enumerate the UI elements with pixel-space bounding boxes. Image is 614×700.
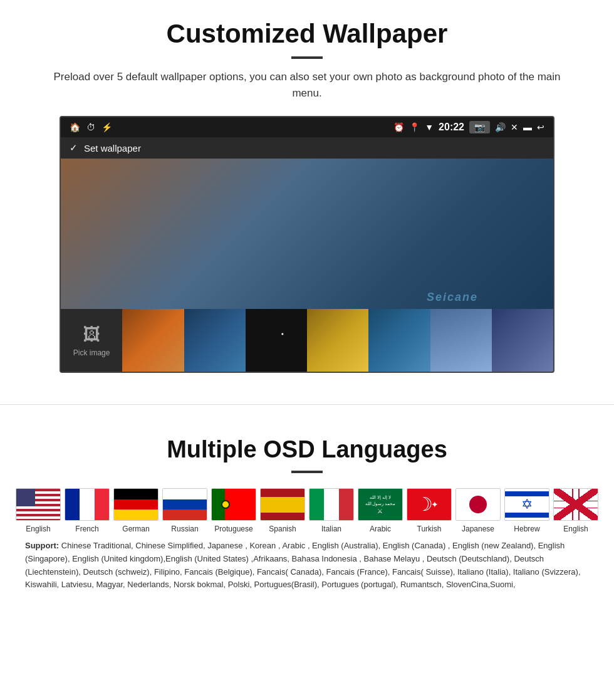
flag-label-italian: Italian: [321, 525, 341, 533]
wallpaper-thumb-5[interactable]: [368, 309, 430, 372]
support-languages-list: Chinese Traditional, Chinese Simplified,…: [25, 541, 581, 589]
android-screen: 🏠 ⏱ ⚡ ⏰ 📍 ▼ 20:22 📷 🔊 ✕ ▬ ↩ ✓ Set wallpa…: [60, 116, 554, 373]
flag-italy-white: [324, 489, 338, 520]
flag-saudi-text: لا إله إلا اللهمحمد رسول الله: [365, 494, 396, 506]
status-time: 20:22: [439, 122, 464, 133]
close-icon: ✕: [511, 122, 518, 132]
flag-germany-red: [114, 499, 158, 510]
flag-france-white: [80, 489, 94, 520]
title-divider: [291, 56, 323, 59]
watermark: Seicane: [427, 291, 478, 304]
wallpaper-thumb-6[interactable]: [430, 309, 492, 372]
wifi-icon: ▼: [425, 122, 434, 132]
image-pick-icon: 🖼: [83, 324, 100, 345]
flag-item-portuguese: Protuguese: [211, 488, 256, 533]
set-wallpaper-bar: ✓ Set wallpaper: [61, 137, 553, 159]
wallpaper-description: Preload over 5 default wallpaper options…: [38, 69, 576, 101]
flag-russia: [162, 488, 207, 521]
wallpaper-preview: Seicane: [61, 159, 553, 309]
flag-spain: [260, 488, 305, 521]
flag-usa-canton: [16, 489, 35, 506]
flag-israel-star: ✡: [521, 498, 533, 511]
languages-section: Multiple OSD Languages English French: [0, 424, 614, 610]
flag-saudi-sword: ⚔: [377, 508, 383, 515]
status-bar: 🏠 ⏱ ⚡ ⏰ 📍 ▼ 20:22 📷 🔊 ✕ ▬ ↩: [61, 117, 553, 137]
flag-israel-stripe-bot: [505, 513, 549, 518]
flag-france-red: [95, 489, 109, 520]
flag-saudi-content: لا إله إلا اللهمحمد رسول الله ⚔: [365, 489, 396, 520]
flag-label-english-uk: English: [563, 525, 588, 533]
support-text: Support: Chinese Traditional, Chinese Si…: [25, 540, 589, 592]
timer-icon: ⏱: [86, 122, 95, 132]
wallpaper-thumbnails: 🖼 Pick image: [61, 309, 553, 372]
flag-france-blue: [65, 489, 80, 520]
wallpaper-section: Customized Wallpaper Preload over 5 defa…: [0, 0, 614, 385]
flag-item-japanese: Japanese: [455, 488, 501, 533]
wallpaper-thumb-3[interactable]: [246, 309, 307, 372]
flag-portugal-emblem: [221, 500, 230, 509]
flag-japan: [455, 488, 501, 521]
wallpaper-thumb-4[interactable]: [307, 309, 368, 372]
flag-germany-black: [114, 489, 158, 499]
camera-icon: 📷: [469, 121, 490, 133]
wallpaper-thumb-7[interactable]: [492, 309, 553, 372]
flag-label-turkish: Turkish: [417, 525, 442, 533]
flag-israel: ✡: [504, 488, 549, 521]
flag-portugal: [211, 488, 256, 521]
flag-item-turkish: ☽ ✦ Turkish: [407, 488, 452, 533]
flag-usa: [16, 488, 61, 521]
flag-label-german: German: [122, 525, 149, 533]
flag-uk: [553, 488, 598, 521]
flag-label-english: English: [26, 525, 50, 533]
crescent-icon: ☽: [416, 495, 433, 514]
flag-japan-circle: [469, 496, 487, 513]
flag-israel-stripe-top: [505, 491, 549, 496]
wallpaper-thumb-2[interactable]: [184, 309, 246, 372]
flag-item-german: German: [113, 488, 159, 533]
set-wallpaper-label: Set wallpaper: [84, 143, 141, 154]
wallpaper-title: Customized Wallpaper: [25, 19, 589, 49]
flag-uk-cross: [554, 489, 598, 520]
flag-spain-yellow: [261, 497, 304, 513]
flag-label-japanese: Japanese: [462, 525, 494, 533]
flag-item-french: French: [65, 488, 110, 533]
flag-item-italian: Italian: [309, 488, 354, 533]
usb-icon: ⚡: [101, 122, 112, 132]
flag-item-russian: Russian: [162, 488, 207, 533]
flags-row: English French German: [25, 488, 589, 533]
status-right-icons: ⏰ 📍 ▼ 20:22 📷 🔊 ✕ ▬ ↩: [393, 121, 544, 133]
flag-item-spanish: Spanish: [260, 488, 305, 533]
flag-label-french: French: [75, 525, 98, 533]
flag-spain-red-top: [261, 489, 304, 497]
flag-label-arabic: Arabic: [370, 525, 391, 533]
flag-russia-blue: [163, 499, 207, 510]
window-icon: ▬: [523, 122, 532, 132]
flag-russia-red: [163, 509, 207, 520]
flag-item-arabic: لا إله إلا اللهمحمد رسول الله ⚔ Arabic: [358, 488, 403, 533]
alarm-icon: ⏰: [393, 122, 404, 132]
flag-item-english-uk: English: [553, 488, 598, 533]
pick-image-thumb[interactable]: 🖼 Pick image: [61, 309, 122, 372]
flag-label-russian: Russian: [171, 525, 198, 533]
flag-label-spanish: Spanish: [269, 525, 296, 533]
languages-divider: [291, 471, 323, 473]
flag-item-hebrew: ✡ Hebrew: [504, 488, 549, 533]
location-icon: 📍: [409, 122, 420, 132]
flag-label-hebrew: Hebrew: [514, 525, 539, 533]
flag-france: [65, 488, 110, 521]
back-icon: ↩: [537, 122, 544, 132]
flag-germany-gold: [114, 509, 158, 520]
flag-item-english-usa: English: [16, 488, 61, 533]
flag-spain-red-bot: [261, 513, 304, 521]
flag-italy: [309, 488, 354, 521]
flag-italy-green: [310, 489, 324, 520]
flag-label-portuguese: Protuguese: [214, 525, 252, 533]
wallpaper-thumb-1[interactable]: [122, 309, 184, 372]
flag-saudi: لا إله إلا اللهمحمد رسول الله ⚔: [358, 488, 403, 521]
volume-icon: 🔊: [495, 122, 506, 132]
pick-image-label: Pick image: [73, 348, 110, 357]
flag-russia-white: [163, 489, 207, 499]
status-left-icons: 🏠 ⏱ ⚡: [70, 122, 112, 132]
check-icon: ✓: [70, 142, 78, 154]
flag-turkey: ☽ ✦: [407, 488, 452, 521]
